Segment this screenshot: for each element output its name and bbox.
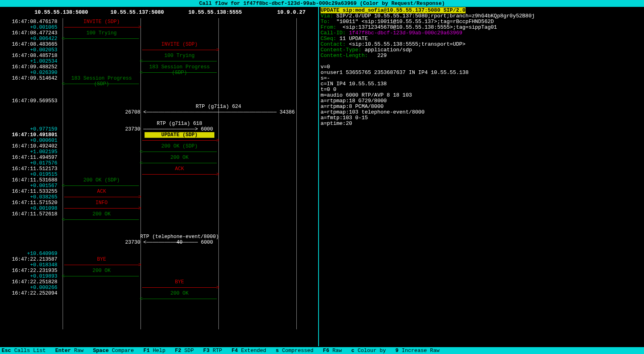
sip-body-line: a=ptime:20 [321,121,642,126]
arrow-label: BYE [63,257,141,262]
sip-arrow[interactable]: 100 Trying< [63,30,141,42]
sip-arrow[interactable]: 100 Trying< [141,53,218,64]
sip-arrow[interactable]: BYE> [63,257,141,268]
rtp-flow[interactable]: 26708 <─────────────────────────────────… [125,110,313,115]
header-value: SIP/2.0/UDP 10.55.55.137:5080;rport;bran… [333,13,535,19]
footer-desc: Compressed [279,348,323,354]
sip-arrow[interactable]: 200 OK< [63,268,141,279]
sip-arrow[interactable]: ACK> [141,166,218,177]
footer-desc: Calls List [11,348,55,354]
rtp-flow[interactable]: 23730 ─────────────────> 6000 [125,126,213,132]
footer-key: 9 [395,348,399,354]
sip-header: Call-ID: 1f47f8bc-dbcf-123d-99ab-000c29a… [321,30,642,36]
timestamp-abs: 16:47:09.514642 [12,76,57,81]
header-value: <sip:10.55.55.138:5555;transport=UDP> [346,41,465,47]
sip-header: CSeq: 11 UPDATE [321,36,642,42]
footer-desc: Increase Raw [399,348,439,354]
header-value: <sip:13712345678@10.55.55.138:5555>;tag=… [336,24,497,30]
sip-body-line: v=0 [321,64,642,70]
arrow-label: 200 OK (SDP) [141,143,218,149]
arrow-label: 183 Session Progress (SDP) [141,64,218,70]
footer-key: s [276,348,279,354]
arrow-head-icon: > [216,172,219,177]
rtp-label: RTP (g711a) 618 [136,121,222,126]
title-bar: Call flow for 1f47f8bc-dbcf-123d-99ab-00… [0,0,644,7]
footer-key: F1 [143,348,150,354]
sip-body-line: a=rtpmap:18 G729/8000 [321,98,642,104]
sip-arrow[interactable]: 200 OK< [141,291,218,302]
arrow-head-icon: > [216,138,219,143]
footer-desc: Raw [71,348,93,354]
timestamp-abs: 16:47:10.492402 [12,143,57,149]
arrow-label: 100 Trying [141,53,218,59]
timestamp-abs: 16:47:22.251828 [12,279,57,285]
timestamp-abs: 16:47:22.252094 [12,291,57,296]
arrow-head-icon: < [140,59,143,64]
sip-arrow[interactable]: INVITE (SDP)> [141,42,218,53]
sip-arrow[interactable]: 183 Session Progress (SDP)< [63,76,141,87]
sip-header: Contact: <sip:10.55.55.138:5555;transpor… [321,42,642,47]
sip-arrow[interactable]: 200 OK< [63,211,141,223]
arrow-head-icon: < [62,82,65,86]
sip-arrow[interactable]: BYE> [141,279,218,291]
timestamp-abs: 16:47:11.512173 [12,166,57,172]
sip-arrow[interactable]: 183 Session Progress (SDP)< [141,64,218,76]
timestamp-abs: 16:47:08.483665 [12,42,57,47]
arrow-head-icon: < [62,274,65,279]
timestamp-abs: 16:47:10.491801 [12,132,57,138]
arrow-label: INVITE (SDP) [141,42,218,47]
arrow-label: 100 Trying [63,30,141,36]
timestamp-abs: 16:47:22.213587 [12,257,57,262]
sip-body-line: t=0 0 [321,87,642,93]
sip-arrow[interactable]: 200 OK (SDP)< [141,143,218,155]
header-name: From: [321,24,336,30]
arrow-head-icon: < [140,150,143,154]
footer-key: Esc [2,348,11,354]
header-name: Content-Length: [321,53,368,59]
header-name: Contact: [321,41,346,47]
arrow-label: INVITE (SDP) [63,19,141,25]
column-line [63,18,63,329]
sip-request-line: UPDATE sip:mod_sofia@10.55.55.137:5080 S… [321,7,466,13]
timestamp-delta: +0.000601 [30,138,57,143]
sip-body-line: a=rtpmap:103 telephone-event/8000 [321,110,642,115]
header-value: "10011" <sip:10011@10.55.55.137>;tag=rBc… [330,19,494,25]
sip-arrow[interactable]: 200 OK< [141,155,218,166]
sip-body-line: a=rtpmap:8 PCMA/8000 [321,104,642,110]
footer-desc: Colour by [355,348,395,354]
flow-panel[interactable]: 10.55.55.138:508010.55.55.137:508010.55.… [0,7,319,346]
sip-arrow[interactable]: 200 OK (SDP)< [63,177,141,189]
timestamp-abs: 16:47:08.485718 [12,53,57,59]
timestamp-abs: 16:47:22.231935 [12,268,57,274]
arrow-head-icon: > [138,195,141,200]
main-container: 10.55.55.138:508010.55.55.137:508010.55.… [0,7,644,346]
timestamp-delta: +0.002053 [30,47,57,53]
arrow-head-icon: < [62,217,65,222]
sip-arrow[interactable]: ACK> [63,189,141,200]
sip-header: To: "10011" <sip:10011@10.55.55.137>;tag… [321,19,642,25]
sip-arrow[interactable]: UPDATE (SDP)> [141,132,218,143]
sip-body-line: o=user1 53655765 2353687637 IN IP4 10.55… [321,70,642,76]
sip-arrow[interactable]: INVITE (SDP)> [63,19,141,30]
arrow-label: ACK [63,189,141,194]
detail-panel[interactable]: UPDATE sip:mod_sofia@10.55.55.137:5080 S… [319,7,644,346]
timestamp-abs: 16:47:09.569553 [12,98,57,104]
rtp-flow[interactable]: 23730 <───────────────── 6000 [125,240,213,245]
sip-arrow[interactable]: INFO> [63,200,141,211]
timestamp-abs: 16:47:11.572618 [12,211,57,217]
arrow-label: 200 OK [63,268,141,274]
sip-header: Content-Type: application/sdp [321,47,642,53]
timestamp-delta: +1.002534 [30,59,57,64]
timestamp-abs: 16:47:11.533255 [12,189,57,194]
arrow-label: INFO [63,200,141,206]
arrow-label: UPDATE (SDP) [145,132,214,138]
arrow-head-icon: > [138,263,141,268]
column-label: 10.55.55.138:5555 [189,9,242,15]
timestamp-delta: +10.640969 [27,251,57,257]
footer-key: F4 [232,348,238,354]
header-name: CSeq: [321,36,336,42]
footer-key: F3 [203,348,210,354]
sip-body-line: s=- [321,76,642,81]
header-value: 1f47f8bc-dbcf-123d-99ab-000c29a63969 [346,30,462,36]
footer-key: F2 [175,348,181,354]
